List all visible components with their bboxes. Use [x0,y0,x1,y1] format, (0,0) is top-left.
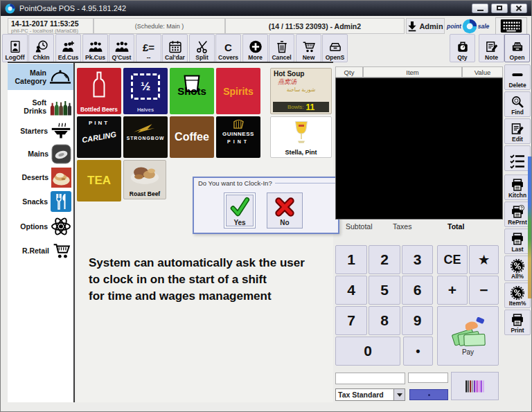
order-display [335,78,503,220]
caption-line: System can automatically ask the user [89,255,305,271]
dialog-title-row: Do You want to Clock-In? [194,178,338,187]
covers-button[interactable]: CCovers [215,34,241,62]
numpad-0[interactable]: 0 [335,337,400,366]
numpad-2[interactable]: 2 [369,245,400,274]
tile-shots[interactable]: Shots [170,68,214,114]
tile-strongbow[interactable]: STRONGBOW [123,116,168,158]
roast-beef-icon [128,162,161,186]
total-label: Total [447,222,464,231]
tile-guinness-pint[interactable]: GUINNESS PINT [216,116,260,158]
close-icon [515,5,522,12]
numpad-4[interactable]: 4 [335,276,367,305]
tax-select[interactable]: Tax Standard [335,388,405,401]
barcode-button[interactable] [451,372,499,400]
edit-customer-button[interactable]: Ed.Cus [55,34,81,62]
clear-entry-key[interactable]: CE [437,245,468,274]
tile-label-brand: CARLING [77,129,121,145]
find-button[interactable]: Find [504,91,531,117]
open-drawer-label: Open [510,54,525,61]
accent-action-button[interactable] [409,389,448,400]
stock-count: 11 [305,102,314,112]
open-drawer-button[interactable]: Open [504,34,530,62]
numpad-dot[interactable]: • [403,337,433,366]
admin-button[interactable]: Admin [406,18,445,34]
reprint-button[interactable]: RePrnt [504,201,531,227]
numpad-5[interactable]: 5 [369,276,400,305]
no-button[interactable]: No [267,192,303,229]
maximize-button[interactable] [491,3,508,13]
tile-spirits[interactable]: Spirits [216,68,260,114]
last-receipt-button[interactable]: Last [504,229,531,254]
soup-bowl-icon [51,121,71,141]
app-window: PointOsale POS - 4.95.181.242 14-11-2017… [0,0,532,412]
yes-button[interactable]: Yes [224,192,256,229]
col-header: Item [406,69,418,76]
note-button[interactable]: Note [479,34,504,62]
tile-pint-carling[interactable]: PINT CARLING [77,116,121,158]
minus-key[interactable]: − [469,276,499,305]
all-discount-button[interactable]: All% [504,256,531,281]
steak-icon [51,144,71,164]
pound-equals-icon: £= [143,41,154,54]
sidebar-item-main-category[interactable]: Main Category [8,64,73,90]
close-button[interactable] [511,3,527,13]
pay-button[interactable]: Pay [437,306,499,366]
new-order-button[interactable]: New [296,34,321,62]
quick-customer-button[interactable]: Q'Cust [109,34,134,62]
item-discount-button[interactable]: Item% [504,283,531,308]
amount-field[interactable] [408,373,448,383]
cancel-button[interactable]: Cancel [269,34,294,62]
pick-customer-button[interactable]: Pk.Cus [82,34,108,62]
sidebar-item-deserts[interactable]: Deserts [8,166,73,188]
currency-button[interactable]: £=-- [136,34,161,62]
tile-stella-pint[interactable]: Stella, Pint [270,116,332,158]
sidebar-item-starters[interactable]: Starters [8,120,73,142]
tile-hot-soup[interactable]: Hot Soup 燕窝汤 شوربة ساخنة Bowls: 11 [270,68,332,114]
plus-key[interactable]: + [437,276,468,305]
keyboard-button[interactable] [495,17,527,35]
split-button[interactable]: Split [189,34,215,62]
print-button[interactable]: Print [504,310,531,335]
keyboard-icon [500,19,522,33]
open-sale-button[interactable]: OpenS [322,34,348,62]
session-panel: (14 / 11:53 23093) - Admin2 [225,18,405,34]
numpad-6[interactable]: 6 [402,276,433,305]
entry-field[interactable] [335,373,405,384]
edit-button[interactable]: Edit [504,118,531,144]
sidebar-item-snacks[interactable]: Snacks [8,190,73,213]
checkin-button[interactable]: ChkIn [28,34,54,62]
schedule-text: (Schedule: Main ) [135,23,184,30]
tile-coffee[interactable]: Coffee [170,116,214,158]
category-label: Options [20,222,48,231]
printer-icon [511,178,524,192]
sidebar-item-rretail[interactable]: R.Retail [8,240,73,262]
logoff-button[interactable]: LogOff [2,34,28,62]
numpad-9[interactable]: 9 [402,306,433,335]
sidebar-item-mains[interactable]: Mains [8,143,73,165]
star-key[interactable]: ★ [469,245,499,274]
tile-label-brand: GUINNESS [216,131,260,137]
numpad-3[interactable]: 3 [402,245,433,274]
tile-label: Bottled Beers [77,106,121,113]
kitchen-print-button[interactable]: Kitchn [504,174,531,200]
order-col-qty: Qty [335,66,363,78]
tile-halves[interactable]: ½ Halves [123,68,168,114]
calendar-button[interactable]: Cal'dar [162,34,188,62]
datetime-text: 14-11-2017 11:53:25 [11,19,90,28]
numpad-8[interactable]: 8 [369,306,400,335]
minimize-button[interactable] [472,3,488,13]
tile-roast-beef[interactable]: Roast Beef [123,160,166,199]
numpad-1[interactable]: 1 [335,245,367,274]
delete-line-button[interactable]: Delete [504,64,531,90]
qty-button[interactable]: Qty [450,34,475,62]
drawer-icon [326,40,344,53]
tile-chinese-label: 燕窝汤 [271,78,331,87]
numpad-7[interactable]: 7 [335,306,367,335]
item-list-button[interactable] [504,145,531,171]
sidebar-item-soft-drinks[interactable]: Soft Drinks [8,95,73,118]
more-button[interactable]: More [242,34,268,62]
tile-tea[interactable]: TEA [77,160,121,201]
tile-bottled-beers[interactable]: Bottled Beers [77,68,121,114]
sidebar-item-options[interactable]: Options [8,215,73,238]
tile-label: Stella, Pint [271,149,331,156]
